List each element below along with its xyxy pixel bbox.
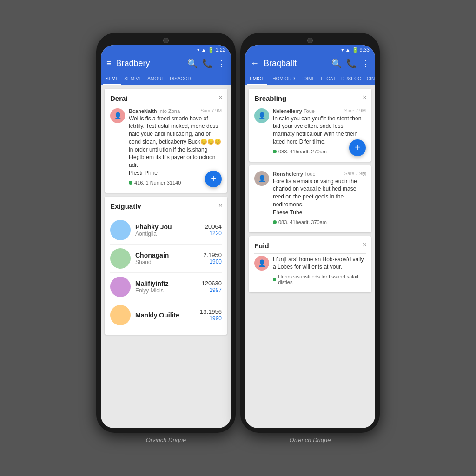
- app-bar: ≡Bradbery🔍📞⋮: [101, 55, 231, 73]
- message-header: Ronshcferry Toue Sare 7 9M: [273, 171, 366, 177]
- divider: [254, 253, 366, 254]
- app-title: Bradbery: [116, 59, 183, 68]
- green-dot-icon: [273, 278, 276, 281]
- message-link[interactable]: Fhese Tube: [273, 209, 366, 217]
- phone-notch: [101, 38, 231, 43]
- back-button[interactable]: ←: [251, 59, 259, 68]
- screen-content: ×Derai👤 BcaneNalth Into Zona Sam 7 9M We…: [101, 85, 231, 428]
- card-card2: ×ExiguatlvPhahky JouAontiglia200641220Ch…: [105, 197, 227, 335]
- card-title: Fuid: [254, 242, 366, 250]
- battery-icon: 🔋: [352, 47, 358, 53]
- close-icon[interactable]: ×: [363, 241, 367, 249]
- list-item-name: Malifiyinfiz: [135, 280, 197, 287]
- fab-button[interactable]: +: [205, 171, 222, 187]
- avatar: 👤: [254, 171, 269, 186]
- list-item-numbers: 13.19561990: [200, 308, 222, 322]
- tab-seme[interactable]: SEME: [103, 73, 121, 85]
- status-icons: ▾ ▲ 🔋 1:22: [197, 47, 225, 53]
- list-item-num1: 120630: [202, 280, 222, 287]
- avatar: [110, 277, 131, 297]
- fab-button[interactable]: +: [349, 139, 366, 156]
- green-dot-icon: [273, 150, 277, 153]
- card-card5: ×Fuid👤I fun|Lars! home an Hob-eaoa'd val…: [249, 236, 371, 293]
- list-item-sub: Aontiglia: [135, 231, 200, 237]
- list-item-num2: 1997: [202, 287, 222, 293]
- tab-toime[interactable]: TOIME: [298, 73, 318, 85]
- tab-disacod[interactable]: DISACOD: [167, 73, 194, 85]
- message-text: I fun|Lars! home an Hob-eaoa'd vally, a …: [273, 256, 366, 271]
- tab-emict[interactable]: EMICT: [247, 73, 267, 85]
- avatar-face: 👤: [254, 256, 269, 271]
- time-display: 1:22: [216, 47, 225, 53]
- divider: [110, 214, 222, 214]
- camera-icon: [307, 38, 313, 43]
- tab-drseoc[interactable]: DRSEOC: [338, 73, 364, 85]
- more-icon[interactable]: ⋮: [217, 59, 225, 69]
- list-item-numbers: 1206301997: [202, 280, 222, 293]
- list-item-info: Phahky JouAontiglia: [135, 223, 200, 237]
- wifi-icon: ▾: [341, 47, 344, 53]
- list-item-info: Mankly Ouilite: [135, 311, 195, 319]
- camera-icon: [163, 38, 169, 43]
- meta-text: 416, 1 Numer 31140: [134, 180, 181, 185]
- avatar: [110, 248, 131, 269]
- message-body: I fun|Lars! home an Hob-eaoa'd vally, a …: [273, 256, 366, 285]
- avatar: 👤: [254, 256, 269, 271]
- tab-cine[interactable]: CINE: [364, 73, 375, 85]
- tab-legat[interactable]: LEGAT: [318, 73, 338, 85]
- message-time: Sam 7 9M: [200, 108, 222, 114]
- battery-icon: 🔋: [208, 47, 214, 53]
- message-time: Sare 7 9M: [344, 108, 366, 114]
- list-item-info: MalifiyinfizEniyy Midis: [135, 280, 197, 294]
- phone-notch: [245, 38, 375, 43]
- avatar-face: 👤: [254, 171, 269, 186]
- time-display: 9:33: [360, 47, 370, 53]
- list-item-name: Phahky Jou: [135, 223, 200, 231]
- list-item-name: Chonagain: [135, 251, 198, 259]
- list-item-sub: Shand: [135, 259, 198, 265]
- divider: [254, 106, 366, 106]
- close-icon[interactable]: ×: [218, 201, 223, 210]
- card-title: Exiguatlv: [110, 202, 222, 210]
- avatar: [110, 305, 131, 325]
- tab-amout[interactable]: AMOUT: [145, 73, 167, 85]
- message-header: BcaneNalth Into Zona Sam 7 9M: [129, 108, 222, 114]
- call-icon[interactable]: 📞: [202, 59, 212, 69]
- phone-phone1: ▾ ▲ 🔋 1:22 ≡Bradbery🔍📞⋮SEMESEMIVEAMOUTDI…: [96, 33, 236, 433]
- tab-thom-ord[interactable]: THOM ORD: [267, 73, 298, 85]
- list-item-name: Mankly Ouilite: [135, 311, 195, 319]
- card-card1: ×Derai👤 BcaneNalth Into Zona Sam 7 9M We…: [105, 89, 227, 193]
- tabs-bar: SEMESEMIVEAMOUTDISACOD: [101, 73, 231, 85]
- close-icon[interactable]: ×: [218, 93, 223, 102]
- wifi-icon: ▾: [197, 47, 200, 53]
- close-icon[interactable]: ×: [363, 93, 367, 102]
- menu-button[interactable]: ≡: [106, 59, 112, 68]
- list-item-num1: 20064: [205, 223, 222, 230]
- message-meta: Herinieas insttleds for bssand salail di…: [273, 274, 366, 285]
- meta-text: Herinieas insttleds for bssand salail di…: [278, 274, 366, 285]
- list-item[interactable]: Phahky JouAontiglia200641220: [110, 216, 222, 245]
- list-item[interactable]: ChonagainShand2.19501900: [110, 245, 222, 273]
- tab-semive[interactable]: SEMIVE: [121, 73, 145, 85]
- list-item[interactable]: MalifiyinfizEniyy Midis1206301997: [110, 273, 222, 301]
- call-icon[interactable]: 📞: [346, 59, 357, 69]
- search-icon[interactable]: 🔍: [187, 59, 198, 69]
- message-sender: Ronshcferry Toue: [273, 171, 316, 177]
- card-card3: ×Breabling👤 Nelenellerry Toue Sare 7 9M …: [249, 89, 371, 162]
- close-icon[interactable]: ×: [363, 170, 367, 178]
- message-text: Wel is fis a freed smarle have of letrti…: [129, 115, 222, 170]
- list-item[interactable]: Mankly Ouilite13.19561990: [110, 301, 222, 329]
- card-title: Breabling: [254, 94, 366, 102]
- card-card4: ×👤 Ronshcferry Toue Sare 7 9M Fore lis a…: [249, 165, 371, 232]
- list-item-num2: 1990: [200, 315, 222, 322]
- message-body: Ronshcferry Toue Sare 7 9M Fore lis a em…: [273, 171, 366, 225]
- list-item-num2: 1900: [203, 258, 222, 265]
- search-icon[interactable]: 🔍: [331, 59, 342, 69]
- list-item-info: ChonagainShand: [135, 251, 198, 265]
- card-title: Derai: [110, 94, 222, 102]
- status-bar: ▾ ▲ 🔋 1:22: [101, 45, 231, 55]
- more-icon[interactable]: ⋮: [361, 59, 370, 69]
- screen-content: ×Breabling👤 Nelenellerry Toue Sare 7 9M …: [245, 85, 375, 428]
- phone-screen: ▾ ▲ 🔋 1:22 ≡Bradbery🔍📞⋮SEMESEMIVEAMOUTDI…: [101, 45, 231, 428]
- phone-screen: ▾ ▲ 🔋 9:33 ←Braqballt🔍📞⋮EMICTTHOM ORDTOI…: [245, 45, 375, 428]
